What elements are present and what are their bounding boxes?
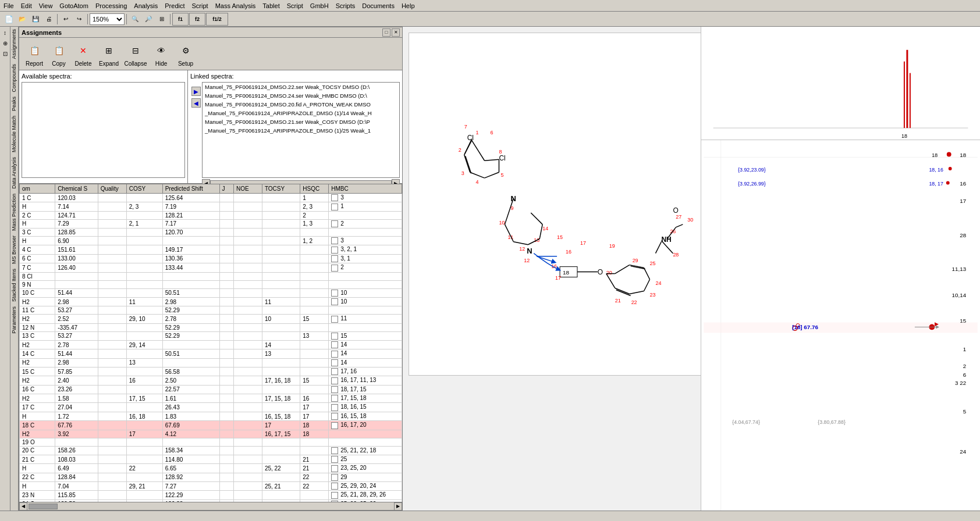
tb-zoom-in[interactable]: 🔍 bbox=[129, 13, 141, 26]
tab-data-analysis[interactable]: Data Analysis bbox=[10, 155, 17, 191]
table-row[interactable]: 3 C128.85120.70 bbox=[20, 229, 402, 237]
hmbc-checkbox[interactable] bbox=[331, 237, 338, 244]
tb-fit[interactable]: ⊞ bbox=[155, 13, 168, 26]
tb-save[interactable]: 💾 bbox=[29, 13, 42, 26]
hmbc-checkbox[interactable] bbox=[331, 456, 338, 463]
menu-documents[interactable]: Documents bbox=[358, 2, 398, 9]
table-row[interactable]: 13 C53.2752.291315 bbox=[20, 331, 402, 340]
tb-redo[interactable]: ↪ bbox=[73, 13, 86, 26]
tb-open[interactable]: 📂 bbox=[16, 13, 29, 26]
table-row[interactable]: H6.49226.6525, 222123, 25, 20 bbox=[20, 464, 402, 473]
tab-assignments[interactable]: Assignments bbox=[10, 27, 17, 62]
tb-f2[interactable]: f2 bbox=[189, 13, 205, 26]
hmbc-checkbox[interactable] bbox=[331, 386, 338, 393]
table-row[interactable]: H7.292, 17.171, 32 bbox=[20, 219, 402, 228]
table-row[interactable]: 17 C27.0426.431718, 16, 15 bbox=[20, 403, 402, 412]
table-row[interactable]: 8 Cl bbox=[20, 272, 402, 280]
tb-f12[interactable]: f1/2 bbox=[206, 13, 228, 26]
table-row[interactable]: 21 C108.03114.802125 bbox=[20, 455, 402, 463]
table-row[interactable]: H22.98112.981110 bbox=[20, 297, 402, 306]
table-row[interactable]: 22 C128.84128.922229 bbox=[20, 473, 402, 481]
table-row[interactable]: H22.40162.5017, 16, 181516, 17, 11, 13 bbox=[20, 376, 402, 385]
hmbc-checkbox[interactable] bbox=[331, 265, 338, 272]
icon1[interactable]: ↕ bbox=[1, 28, 10, 37]
panel-close-btn[interactable]: ✕ bbox=[392, 28, 400, 37]
play-back-btn[interactable]: ◀ bbox=[191, 98, 201, 108]
hmbc-checkbox[interactable] bbox=[331, 422, 338, 429]
tb-f1[interactable]: f1 bbox=[172, 13, 189, 26]
report-btn[interactable]: 📋 Report bbox=[24, 41, 45, 67]
hmbc-checkbox[interactable] bbox=[331, 316, 338, 323]
hmbc-checkbox[interactable] bbox=[331, 204, 338, 210]
hmbc-checkbox[interactable] bbox=[331, 351, 338, 358]
tab-peaks[interactable]: Peaks bbox=[10, 94, 17, 113]
hmbc-checkbox[interactable] bbox=[331, 255, 338, 262]
delete-btn[interactable]: ✕ Delete bbox=[73, 41, 94, 67]
menu-view[interactable]: View bbox=[35, 2, 56, 9]
hmbc-checkbox[interactable] bbox=[331, 220, 338, 227]
menu-script2[interactable]: Script bbox=[283, 2, 307, 9]
menu-processing[interactable]: Processing bbox=[92, 2, 130, 9]
table-row[interactable]: 19 O bbox=[20, 438, 402, 446]
linked-item-3[interactable]: Manuel_75_PF00619124_DMSO.20.fid A_PROTO… bbox=[203, 100, 399, 109]
tab-ms-browser[interactable]: MS Browser bbox=[10, 233, 17, 266]
tab-parameters[interactable]: Parameters bbox=[10, 304, 17, 336]
menu-massanalysis[interactable]: Mass Analysis bbox=[212, 2, 260, 9]
tab-molecule-match[interactable]: Molecule Match bbox=[10, 113, 17, 155]
hmbc-checkbox[interactable] bbox=[331, 501, 338, 502]
linked-item-5[interactable]: Manuel_75_PF00619124_DMSO.21.ser Weak_CO… bbox=[203, 117, 399, 126]
table-row[interactable]: 9 N bbox=[20, 280, 402, 288]
panel-restore-btn[interactable]: □ bbox=[382, 28, 390, 37]
menu-scripts[interactable]: Scripts bbox=[332, 2, 359, 9]
hide-btn[interactable]: 👁 Hide bbox=[151, 41, 172, 67]
table-row[interactable]: 1 C120.03125.6413 bbox=[20, 194, 402, 202]
hmbc-checkbox[interactable] bbox=[331, 341, 338, 348]
hmbc-checkbox[interactable] bbox=[331, 290, 338, 297]
table-row[interactable]: H22.981314 bbox=[20, 358, 402, 367]
tb-zoom-out[interactable]: 🔎 bbox=[142, 13, 155, 26]
table-row[interactable]: H7.142, 37.192, 31 bbox=[20, 202, 402, 211]
tab-stacked-items[interactable]: Stacked Items bbox=[10, 266, 17, 304]
hmbc-checkbox[interactable] bbox=[331, 247, 338, 254]
table-row[interactable]: 16 C23.2622.5718, 17, 15 bbox=[20, 385, 402, 394]
menu-script[interactable]: Script bbox=[189, 2, 212, 9]
menu-predict[interactable]: Predict bbox=[161, 2, 188, 9]
table-row[interactable]: H7.0429, 217.2725, 212225, 29, 20, 24 bbox=[20, 481, 402, 490]
hmbc-checkbox[interactable] bbox=[331, 447, 338, 454]
table-row[interactable]: H23.92174.1216, 17, 1518 bbox=[20, 430, 402, 438]
hmbc-checkbox[interactable] bbox=[331, 298, 338, 305]
hmbc-checkbox[interactable] bbox=[331, 359, 338, 366]
table-row[interactable]: H21.5817, 151.6117, 15, 181617, 15, 18 bbox=[20, 394, 402, 403]
tab-mass-prediction[interactable]: Mass Prediction bbox=[10, 191, 17, 233]
menu-help[interactable]: Help bbox=[398, 2, 418, 9]
table-row[interactable]: 23 N115.85122.2925, 21, 28, 29, 26 bbox=[20, 491, 402, 499]
table-row[interactable]: 18 C67.7667.69171816, 17, 20 bbox=[20, 421, 402, 430]
menu-file[interactable]: File bbox=[0, 2, 17, 9]
icon3[interactable]: ⊡ bbox=[1, 49, 10, 58]
icon2[interactable]: ⊕ bbox=[1, 38, 10, 48]
table-row[interactable]: H22.7829, 141414 bbox=[20, 340, 402, 349]
table-row[interactable]: 4 C151.61149.173, 2, 1 bbox=[20, 245, 402, 254]
hmbc-checkbox[interactable] bbox=[331, 404, 338, 411]
hmbc-checkbox[interactable] bbox=[331, 377, 338, 384]
linked-item-4[interactable]: _Manuel_75_PF00619124_ARIPIPRAZOLE_DMSO … bbox=[203, 109, 399, 117]
hmbc-checkbox[interactable] bbox=[331, 194, 338, 201]
table-row[interactable]: 15 C57.8556.5817, 16 bbox=[20, 367, 402, 376]
setup-btn[interactable]: ⚙ Setup bbox=[175, 41, 196, 67]
table-container[interactable]: om Chemical S Quality COSY Predicted Shi… bbox=[19, 184, 402, 502]
table-row[interactable]: 14 C51.4450.511314 bbox=[20, 349, 402, 358]
tb-print[interactable]: 🖨 bbox=[42, 13, 55, 26]
hmbc-checkbox[interactable] bbox=[331, 368, 338, 375]
hmbc-checkbox[interactable] bbox=[331, 413, 338, 420]
linked-item-6[interactable]: _Manuel_75_PF00619124_ARIPIPRAZOLE_DMSO … bbox=[203, 126, 399, 135]
tab-compounds[interactable]: Compounds bbox=[10, 62, 17, 95]
table-row[interactable]: H1.7216, 181.8316, 15, 181716, 15, 18 bbox=[20, 412, 402, 420]
table-row[interactable]: 12 N-335.4752.29 bbox=[20, 323, 402, 331]
hmbc-checkbox[interactable] bbox=[331, 474, 338, 481]
table-scrollbar-h[interactable]: ◀ ▶ bbox=[19, 502, 402, 510]
menu-analysis[interactable]: Analysis bbox=[130, 2, 161, 9]
hmbc-checkbox[interactable] bbox=[331, 465, 338, 472]
table-row[interactable]: 2 C124.71128.212 bbox=[20, 211, 402, 219]
menu-tablet[interactable]: Tablet bbox=[259, 2, 283, 9]
menu-gotoatom[interactable]: GotoAtom bbox=[56, 2, 92, 9]
